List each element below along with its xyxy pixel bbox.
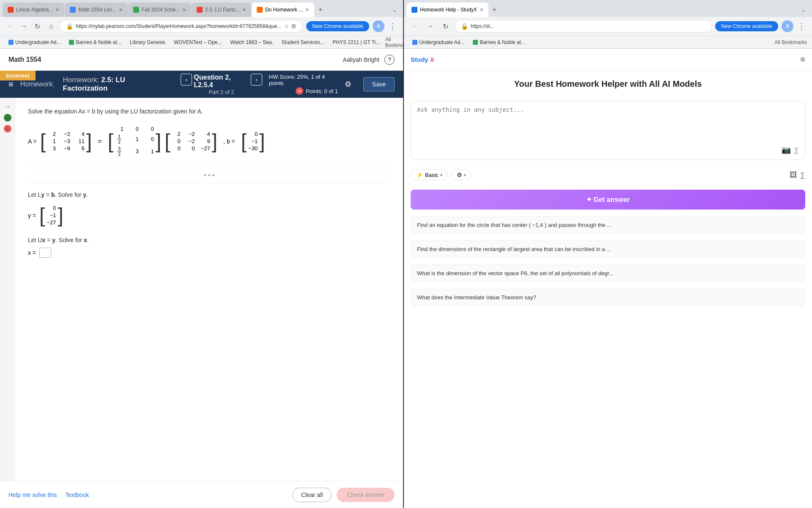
x-side-icon: ✕ xyxy=(4,125,11,133)
bracket-right: ] xyxy=(86,128,92,154)
right-forward-button[interactable]: → xyxy=(424,20,436,32)
bookmark-undergrad[interactable]: Undergraduate Ad... xyxy=(5,39,64,46)
new-tab-button[interactable]: + xyxy=(315,4,326,16)
bookmark-star-icon[interactable]: ☆ xyxy=(284,23,289,30)
math-icon: ∑ xyxy=(801,171,805,179)
bookmark-phys2211[interactable]: PHYS 2211 | GT Tr... xyxy=(329,39,384,46)
right-new-tab-button[interactable]: + xyxy=(489,4,500,16)
clear-all-button[interactable]: Clear all xyxy=(292,488,332,502)
bookmark-label: Barnes & Noble at... xyxy=(480,39,525,45)
math-formula-button[interactable]: ∑ xyxy=(801,171,805,179)
camera-icon-button[interactable]: 📷 xyxy=(782,145,791,155)
right-bookmark-barnes[interactable]: Barnes & Noble at... xyxy=(469,39,528,46)
suggestion-item-1[interactable]: Find an equation for the circle that has… xyxy=(411,216,805,234)
image-upload-button[interactable]: 🖼 xyxy=(790,171,797,179)
formula-icon-button[interactable]: ∑ xyxy=(794,146,799,155)
address-input[interactable]: 🔒 https://mylab.pearson.com/Student/Play… xyxy=(60,20,303,33)
suggestion-item-3[interactable]: What is the dimension of the vector spac… xyxy=(411,265,805,282)
right-bookmarks-bar: Undergraduate Ad... Barnes & Noble at...… xyxy=(404,36,812,48)
main-content-scroll[interactable]: Solve the equation Ax = b by using the L… xyxy=(15,98,403,481)
home-button[interactable]: ⌂ xyxy=(46,20,56,32)
bracket-right: ] xyxy=(212,128,217,154)
bookmark-student-services[interactable]: Student Services... xyxy=(278,39,328,46)
forward-button[interactable]: → xyxy=(19,20,29,32)
browser-menu-button[interactable]: ⋮ xyxy=(387,20,398,33)
right-bookmark-undergrad[interactable]: Undergraduate Ad... xyxy=(409,39,468,46)
hw-next-button[interactable]: › xyxy=(251,74,262,86)
bracket-left: [ xyxy=(165,128,170,154)
tab-favicon xyxy=(133,7,139,13)
save-button[interactable]: Save xyxy=(363,77,395,91)
bookmarks-bar: Undergraduate Ad... Barnes & Noble at...… xyxy=(0,36,403,48)
comma-b: , b = xyxy=(223,138,235,145)
extension-icon[interactable]: ⚙ xyxy=(291,23,296,30)
right-profile-avatar[interactable]: A xyxy=(782,20,793,32)
tab-label: Do Homework ... xyxy=(265,7,303,13)
hw-menu-button[interactable]: ≡ xyxy=(8,80,14,89)
textbook-link[interactable]: Textbook xyxy=(65,491,89,498)
studyx-menu-button[interactable]: ≡ xyxy=(800,55,805,64)
bookmark-favicon xyxy=(412,40,417,45)
studyx-page: StudyX ≡ Your Best Homework Helper with … xyxy=(404,49,812,508)
tab-overflow-button[interactable]: ⌄ xyxy=(389,5,401,15)
tab-math1554[interactable]: Math 1554 Lec... ✕ xyxy=(65,3,127,17)
profile-avatar[interactable]: A xyxy=(373,20,384,32)
right-reload-button[interactable]: ↻ xyxy=(439,20,451,32)
bracket-left: [ xyxy=(40,128,46,154)
right-chrome-update-button[interactable]: New Chrome available xyxy=(715,21,778,31)
reload-button[interactable]: ↻ xyxy=(33,20,43,32)
options-icon: ⚙ xyxy=(457,171,462,178)
suggestion-item-2[interactable]: Find the dimensions of the rectangle of … xyxy=(411,240,805,258)
camera-icon: 📷 xyxy=(782,146,791,154)
chrome-update-button[interactable]: New Chrome available xyxy=(306,21,369,31)
pearson-help-button[interactable]: ? xyxy=(384,55,395,65)
hw-prev-button[interactable]: ‹ xyxy=(181,74,192,86)
tab-close-icon[interactable]: ✕ xyxy=(480,7,483,13)
back-button[interactable]: ← xyxy=(5,20,15,32)
settings-button[interactable]: ⚙ xyxy=(345,80,351,89)
check-answer-button[interactable]: Check answer xyxy=(337,488,395,502)
tab-do-homework[interactable]: Do Homework ... ✕ xyxy=(252,3,314,17)
tab-close-icon[interactable]: ✕ xyxy=(242,7,246,13)
model-basic-selector[interactable]: ⚡ Basic ▾ xyxy=(411,169,448,180)
bracket-left: [ xyxy=(241,128,247,154)
tab-linear-algebra[interactable]: Linear Algebra... ✕ xyxy=(3,3,64,17)
matrix-u: [ 2−24 0−29 00−27 ] xyxy=(165,128,217,154)
vector-b-cells: 0 −1 −30 xyxy=(247,128,259,154)
right-back-button[interactable]: ← xyxy=(409,20,421,32)
bookmark-watch1883[interactable]: Watch 1883 – Sea. xyxy=(227,39,277,46)
all-bookmarks[interactable]: All Bookmarks xyxy=(385,36,403,48)
arrow-right-icon[interactable]: → xyxy=(4,103,11,110)
answer-input-box[interactable] xyxy=(39,248,51,258)
bookmark-woven[interactable]: WOVENText – Ope... xyxy=(170,39,225,46)
bookmark-barnes[interactable]: Barnes & Noble at... xyxy=(66,39,124,46)
right-tab-studyx[interactable]: Homework Help - StudyX ✕ xyxy=(406,3,488,17)
model-label: Basic xyxy=(425,172,439,178)
hw-score: HW Score: 25%, 1 of 4 points xyxy=(269,74,338,86)
tab-lu-factor[interactable]: 2.5: LU Facto... ✕ xyxy=(192,3,251,17)
bookmark-library-genesis[interactable]: Library Genesis xyxy=(126,39,169,46)
question-part: Part 2 of 2 xyxy=(209,89,234,95)
help-me-solve-link[interactable]: Help me solve this xyxy=(8,491,57,498)
bookmark-label: PHYS 2211 | GT Tr... xyxy=(333,39,380,45)
right-all-bookmarks[interactable]: All Bookmarks xyxy=(774,39,807,45)
tab-close-icon[interactable]: ✕ xyxy=(182,7,186,13)
suggestion-item-4[interactable]: What does the Intermediate Value Theorem… xyxy=(411,289,805,306)
ask-input[interactable] xyxy=(417,106,799,142)
right-address-input[interactable]: 🔒 https://st... xyxy=(455,20,712,33)
ask-icons: 📷 ∑ xyxy=(417,145,799,155)
bookmark-favicon xyxy=(473,40,478,45)
matrix-equation-display: A = [ 2−24 1−311 3−96 ] xyxy=(28,123,390,159)
tab-close-icon[interactable]: ✕ xyxy=(55,7,59,13)
vector-y-equation: y = [ 0 −1 −27 ] xyxy=(28,202,390,228)
bookmark-favicon xyxy=(69,40,74,45)
model-options-selector[interactable]: ⚙ ▾ xyxy=(451,169,472,180)
right-browser-menu-button[interactable]: ⋮ xyxy=(796,20,807,33)
tab-close-icon[interactable]: ✕ xyxy=(119,7,123,13)
tab-close-icon[interactable]: ✕ xyxy=(305,7,309,13)
tab-fall2024[interactable]: Fall 2024 Sche... ✕ xyxy=(128,3,191,17)
image-icon: 🖼 xyxy=(790,171,797,179)
studyx-header: StudyX ≡ xyxy=(404,49,812,71)
get-answer-button[interactable]: ✦ Get answer xyxy=(411,190,805,210)
right-tab-overflow-button[interactable]: ⌄ xyxy=(798,5,809,15)
